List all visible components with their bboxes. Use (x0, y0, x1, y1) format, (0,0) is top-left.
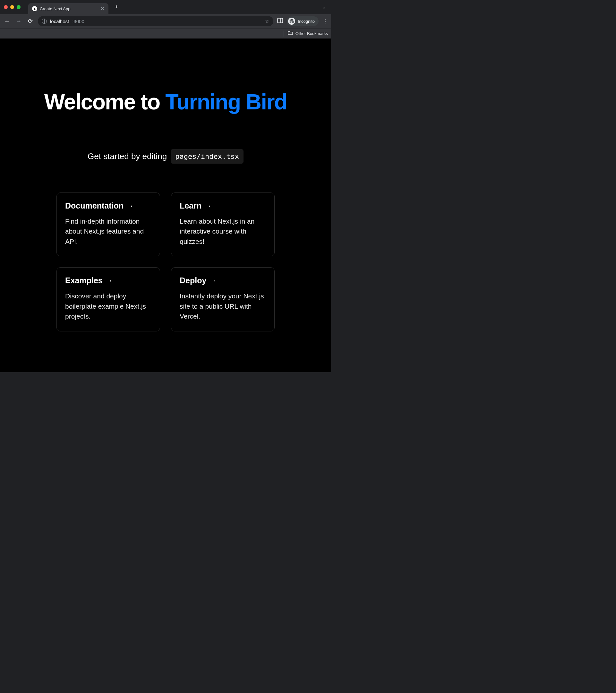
close-window-button[interactable] (4, 5, 8, 9)
reload-button[interactable]: ⟳ (26, 18, 34, 25)
card-learn[interactable]: Learn → Learn about Next.js in an intera… (171, 193, 275, 257)
hero-accent: Turning Bird (165, 90, 287, 114)
card-documentation[interactable]: Documentation → Find in-depth informatio… (57, 193, 160, 257)
incognito-icon (288, 18, 295, 25)
window-controls (4, 5, 21, 9)
card-desc: Learn about Next.js in an interactive co… (180, 216, 266, 247)
forward-button[interactable]: → (15, 18, 22, 25)
page-viewport[interactable]: Welcome to Turning Bird Get started by e… (0, 39, 331, 372)
panel-icon[interactable] (277, 18, 283, 25)
other-bookmarks-button[interactable]: Other Bookmarks (296, 31, 328, 36)
new-tab-button[interactable]: + (115, 4, 118, 11)
incognito-label: Incognito (298, 19, 315, 24)
toolbar: ← → ⟳ i localhost:3000 ☆ Incognito ⋮ (0, 14, 331, 28)
minimize-window-button[interactable] (10, 5, 14, 9)
browser-menu-button[interactable]: ⋮ (322, 18, 328, 25)
subtitle-code: pages/index.tsx (171, 149, 243, 164)
card-title: Examples → (65, 276, 152, 285)
tabs-dropdown-button[interactable]: ⌄ (322, 4, 326, 9)
card-title: Learn → (180, 201, 266, 211)
incognito-badge[interactable]: Incognito (287, 16, 319, 26)
subtitle: Get started by editing pages/index.tsx (87, 149, 243, 164)
tab-favicon: ▲ (32, 6, 37, 11)
page-content: Welcome to Turning Bird Get started by e… (0, 39, 331, 357)
bookmarks-bar: Other Bookmarks (0, 28, 331, 39)
tab-title: Create Next App (40, 6, 98, 11)
folder-icon (288, 31, 293, 36)
titlebar: ▲ Create Next App ✕ + ⌄ (0, 0, 331, 14)
divider (284, 31, 284, 37)
url-host: localhost (50, 19, 69, 24)
card-desc: Instantly deploy your Next.js site to a … (180, 291, 266, 321)
card-title: Deploy → (180, 276, 266, 285)
subtitle-text: Get started by editing (87, 152, 167, 161)
hero-heading: Welcome to Turning Bird (44, 90, 287, 114)
browser-chrome: ▲ Create Next App ✕ + ⌄ ← → ⟳ i localhos… (0, 0, 331, 39)
cards-grid: Documentation → Find in-depth informatio… (57, 193, 275, 332)
svg-point-2 (290, 21, 291, 23)
card-deploy[interactable]: Deploy → Instantly deploy your Next.js s… (171, 267, 275, 332)
svg-rect-0 (278, 18, 283, 23)
tab-close-button[interactable]: ✕ (100, 6, 105, 12)
card-title: Documentation → (65, 201, 152, 211)
address-bar[interactable]: i localhost:3000 ☆ (38, 16, 273, 26)
card-examples[interactable]: Examples → Discover and deploy boilerpla… (57, 267, 160, 332)
back-button[interactable]: ← (3, 18, 11, 25)
browser-tab[interactable]: ▲ Create Next App ✕ (28, 3, 108, 14)
site-info-icon[interactable]: i (42, 19, 47, 24)
hero-prefix: Welcome to (44, 90, 165, 114)
maximize-window-button[interactable] (17, 5, 21, 9)
url-port: :3000 (72, 19, 84, 24)
card-desc: Find in-depth information about Next.js … (65, 216, 152, 247)
card-desc: Discover and deploy boilerplate example … (65, 291, 152, 321)
svg-point-3 (292, 21, 294, 23)
bookmark-star-icon[interactable]: ☆ (265, 18, 270, 25)
